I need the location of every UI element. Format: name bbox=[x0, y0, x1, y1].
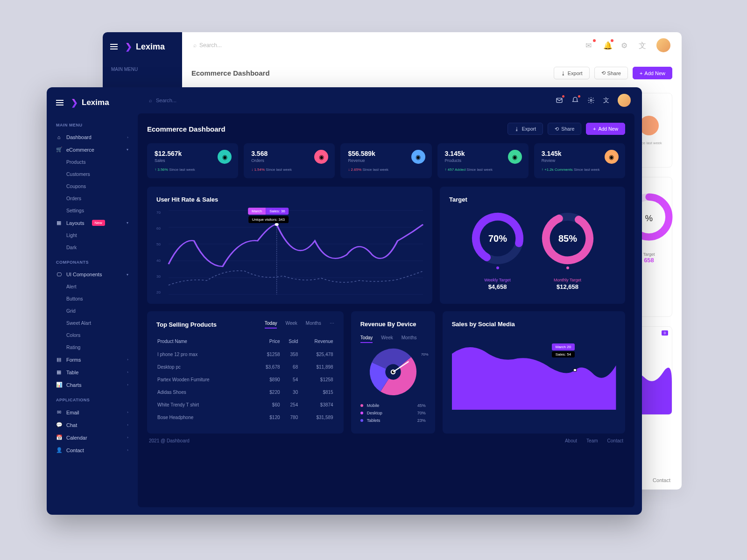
menu-colors[interactable]: Colors bbox=[47, 329, 138, 341]
tab-week[interactable]: Week bbox=[381, 335, 393, 343]
revenue-device-card: Revenue By Device Today Week Months bbox=[351, 311, 435, 434]
section-applications: APPLICATIONS bbox=[47, 391, 138, 406]
bell-icon[interactable] bbox=[571, 97, 579, 104]
form-icon: ▤ bbox=[56, 357, 62, 363]
kpi-card: $12.567k Sales ◉ ↑ 3.56% Since last week bbox=[147, 143, 238, 178]
tab-months[interactable]: Months bbox=[402, 335, 417, 343]
mail-icon: ✉ bbox=[56, 409, 62, 415]
section-componants: COMPONANTS bbox=[47, 253, 138, 268]
menu-orders[interactable]: Orders bbox=[47, 192, 138, 204]
tab-today[interactable]: Today bbox=[265, 321, 277, 329]
brand-name: Lexima bbox=[82, 98, 109, 107]
export-button[interactable]: ⭳ Export bbox=[507, 123, 543, 135]
bg-main-menu-label: MAIN MENU bbox=[103, 61, 182, 77]
tab-week[interactable]: Week bbox=[285, 321, 297, 329]
bg-share-button[interactable]: ⟲ Share bbox=[594, 67, 628, 79]
translate-icon[interactable]: 文 bbox=[603, 96, 609, 105]
menu-settings[interactable]: Settings bbox=[47, 204, 138, 217]
top-products-table: Product NamePriceSoldRevenue I phone 12 … bbox=[156, 334, 334, 424]
table-row[interactable]: Desktop pc$3,67868$11,898 bbox=[157, 361, 333, 373]
chevron-down-icon: ▾ bbox=[127, 147, 128, 152]
legend-item: Tablets23% bbox=[360, 417, 426, 424]
bg-translate-icon[interactable]: 文 bbox=[639, 41, 647, 49]
table-row[interactable]: White Trendy T shirt$60254$3874 bbox=[157, 399, 333, 411]
bg-bell-icon[interactable]: 🔔 bbox=[603, 41, 612, 49]
bg-brand: Lexima bbox=[136, 42, 165, 52]
table-icon: ▦ bbox=[56, 369, 62, 375]
layout-icon: ▦ bbox=[56, 220, 62, 226]
table-row[interactable]: I phone 12 pro max$1258358$25,478 bbox=[157, 349, 333, 360]
legend-item: Desktop70% bbox=[360, 409, 426, 417]
search-input[interactable]: ⌕ Search... bbox=[149, 98, 546, 103]
svg-point-11 bbox=[275, 223, 279, 226]
bg-add-new-button[interactable]: + Add New bbox=[633, 67, 672, 79]
kpi-row: $12.567k Sales ◉ ↑ 3.56% Since last week… bbox=[147, 143, 625, 178]
bg-hamburger-icon[interactable] bbox=[110, 44, 118, 49]
menu-chat[interactable]: 💬Chat› bbox=[47, 419, 138, 431]
kpi-icon: ◉ bbox=[508, 150, 522, 164]
menu-charts[interactable]: 📊Charts› bbox=[47, 378, 138, 391]
chevron-right-icon: › bbox=[127, 383, 128, 387]
bg-circle-icon bbox=[639, 116, 659, 135]
chart-icon: 📊 bbox=[56, 382, 62, 388]
menu-coupons[interactable]: Coupons bbox=[47, 180, 138, 192]
menu-table[interactable]: ▦Table› bbox=[47, 366, 138, 378]
menu-calendar[interactable]: 📅Calendar› bbox=[47, 431, 138, 444]
bg-mail-icon[interactable]: ✉ bbox=[585, 41, 594, 49]
menu-buttons[interactable]: Buttons bbox=[47, 293, 138, 305]
bg-target-label: Target bbox=[643, 252, 655, 257]
bg-avatar[interactable] bbox=[656, 38, 670, 52]
table-row[interactable]: Bose Headphone$120780$31,589 bbox=[157, 412, 333, 423]
menu-rating[interactable]: Rating bbox=[47, 341, 138, 353]
menu-customers[interactable]: Customers bbox=[47, 168, 138, 180]
table-row[interactable]: Adidas Shoes$22030$815 bbox=[157, 386, 333, 398]
avatar[interactable] bbox=[618, 94, 631, 107]
mail-icon[interactable] bbox=[556, 97, 563, 104]
menu-email[interactable]: ✉Email› bbox=[47, 406, 138, 419]
kpi-icon: ◉ bbox=[411, 150, 425, 164]
menu-products[interactable]: Products bbox=[47, 156, 138, 168]
menu-alert[interactable]: Alert bbox=[47, 280, 138, 293]
menu-dashboard[interactable]: ⌂Dashboard› bbox=[47, 131, 138, 143]
target-card: Target 70% Weekly Target $4,658 bbox=[440, 187, 625, 304]
share-button[interactable]: ⟲ Share bbox=[548, 123, 581, 135]
calendar-icon: 📅 bbox=[56, 434, 62, 441]
topbar: ⌕ Search... 文 bbox=[138, 87, 642, 113]
weekly-target-donut: 70% Weekly Target $4,658 bbox=[470, 210, 526, 290]
bg-topbar: ⌕ Search... ✉ 🔔 ⚙ 文 bbox=[182, 32, 682, 58]
menu-sweet-alart[interactable]: Sweet Alart bbox=[47, 317, 138, 329]
search-placeholder: Search... bbox=[156, 98, 176, 103]
menu-dark[interactable]: Dark bbox=[47, 241, 138, 253]
menu-contact[interactable]: 👤Contact› bbox=[47, 444, 138, 456]
chevron-right-icon: › bbox=[127, 435, 128, 440]
more-icon[interactable]: ⋯ bbox=[330, 321, 334, 329]
social-title: Sales by Social Media bbox=[452, 321, 616, 328]
kpi-card: 3.145k Products ◉ ↑ 457 Added Since last… bbox=[437, 143, 529, 178]
gear-icon[interactable] bbox=[587, 97, 595, 104]
menu-forms[interactable]: ▤Forms› bbox=[47, 353, 138, 366]
add-new-button[interactable]: + Add New bbox=[586, 123, 625, 135]
menu-ecommerce[interactable]: 🛒eCommerce▾ bbox=[47, 143, 138, 156]
menu-layouts[interactable]: ▦LayoutsNew▾ bbox=[47, 217, 138, 229]
bg-search[interactable]: ⌕ Search... bbox=[193, 42, 585, 49]
table-row[interactable]: Partex Wooden Furniture$89054$1258 bbox=[157, 374, 333, 385]
tab-months[interactable]: Months bbox=[306, 321, 321, 329]
bg-gear-icon[interactable]: ⚙ bbox=[621, 41, 629, 49]
menu-ui-components[interactable]: 🖵UI Components▾ bbox=[47, 268, 138, 280]
area-tooltip: March 20 Sales: 54 bbox=[552, 343, 575, 357]
top-products-title: Top Selling Products bbox=[156, 321, 217, 328]
tab-today[interactable]: Today bbox=[360, 335, 373, 343]
bg-export-button[interactable]: ⭳ Export bbox=[554, 67, 590, 79]
social-area-chart: March 20 Sales: 54 bbox=[452, 335, 616, 410]
menu-light[interactable]: Light bbox=[47, 229, 138, 241]
content: ⌕ Search... 文 Ecommerce Dashboard ⭳ Expo… bbox=[138, 87, 642, 515]
hamburger-icon[interactable] bbox=[56, 100, 63, 105]
menu-grid[interactable]: Grid bbox=[47, 305, 138, 317]
footer-team[interactable]: Team bbox=[586, 438, 598, 443]
footer-contact[interactable]: Contact bbox=[607, 438, 623, 443]
svg-text:%: % bbox=[645, 213, 653, 223]
footer-about[interactable]: About bbox=[565, 438, 577, 443]
kpi-meta: ↑ +1.2k Comments Since last week bbox=[542, 168, 618, 172]
chevron-right-icon: › bbox=[127, 357, 128, 362]
bg-footer-link[interactable]: Contact bbox=[653, 477, 670, 483]
